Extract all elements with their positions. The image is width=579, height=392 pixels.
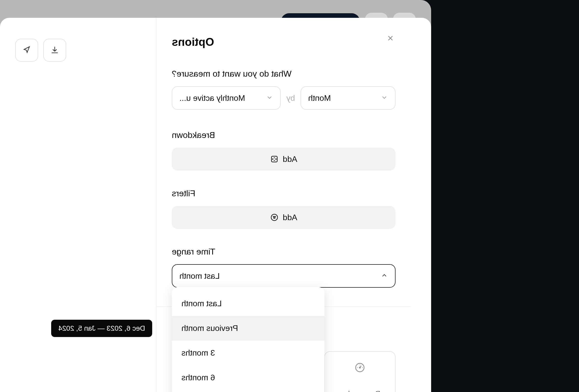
time-range-label: Time range	[172, 247, 396, 257]
chevron-down-icon	[266, 94, 273, 102]
chevron-up-icon	[381, 272, 388, 280]
by-label: by	[286, 93, 295, 103]
download-icon	[50, 46, 59, 55]
dropdown-option-last-month[interactable]: Last month	[172, 291, 324, 316]
action-icons	[15, 39, 66, 62]
panel-title: Options	[172, 36, 396, 48]
metric-select[interactable]: Monthly active u...	[172, 86, 281, 110]
filters-label: Filters	[172, 188, 396, 198]
interval-select[interactable]: Month	[301, 86, 396, 110]
add-filter-text: Add	[283, 213, 297, 222]
main-content: Options What do you want to measure? Mon…	[0, 18, 431, 392]
time-range-value: Last month	[179, 271, 381, 281]
dropdown-option-6-months[interactable]: 6 months	[172, 365, 324, 390]
metric-label: Monthly active u...	[179, 93, 266, 103]
dropdown-option-last-year[interactable]: Last year	[172, 390, 324, 392]
dropdown-option-3-months[interactable]: 3 months	[172, 341, 324, 365]
add-breakdown-button[interactable]: Add	[172, 148, 396, 171]
swap-icon	[270, 155, 279, 163]
breakdown-label: Breakdown	[172, 130, 396, 140]
download-button[interactable]	[43, 39, 66, 62]
background-window: Options What do you want to measure? Mon…	[0, 0, 431, 392]
progress-bar-card[interactable]: Progress bar	[324, 351, 396, 392]
svg-point-3	[359, 367, 360, 368]
interval-label: Month	[308, 93, 381, 103]
add-filter-button[interactable]: Add	[172, 206, 396, 229]
options-panel: Options What do you want to measure? Mon…	[156, 18, 411, 392]
close-button[interactable]	[384, 32, 397, 44]
dropdown-option-previous-month[interactable]: Previous month	[172, 316, 324, 341]
add-breakdown-text: Add	[283, 155, 297, 164]
date-range-tooltip: Dec 6, 2023 — Jan 5, 2024	[51, 320, 152, 337]
time-range-select[interactable]: Last month	[172, 264, 396, 288]
gauge-icon	[354, 362, 365, 374]
filter-list-icon	[270, 213, 279, 222]
cursor-button[interactable]	[15, 39, 38, 62]
chevron-down-icon	[381, 94, 388, 102]
measure-row: Month by Monthly active u...	[172, 86, 396, 110]
progress-bar-label: Progress bar	[340, 389, 380, 392]
cursor-icon	[22, 46, 31, 55]
panel-content: Options What do you want to measure? Mon…	[157, 18, 411, 288]
measure-question: What do you want to measure?	[172, 69, 396, 79]
close-icon	[386, 34, 394, 42]
time-range-dropdown: Last month Previous month 3 months 6 mon…	[172, 287, 324, 392]
